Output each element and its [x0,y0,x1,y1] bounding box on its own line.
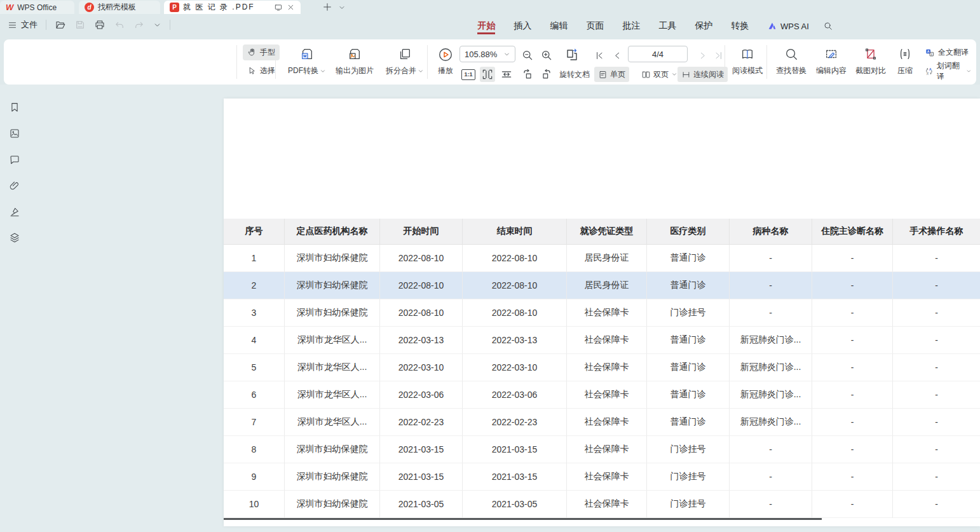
table-cell: 深圳市龙华区人... [285,354,380,381]
double-page-button[interactable]: 双页 [637,67,681,82]
menu-item-insert[interactable]: 插入 [505,18,541,34]
page-indicator-input[interactable]: 4/4 [628,46,688,62]
table-cell: - [812,354,893,381]
layers-panel-button[interactable] [8,231,20,243]
menu-item-tools[interactable]: 工具 [650,18,686,34]
wps-window: W WPS Office d 找稻壳模板 P 就 医 记 录 .PDF 文件 [0,0,980,532]
split-merge-button[interactable]: 拆分合并 [380,45,430,79]
file-menu[interactable]: 文件 [8,19,37,31]
table-cell: - [730,463,812,491]
compress-button[interactable]: 压缩 [891,45,919,79]
rotate-right-button[interactable] [539,67,554,82]
export-image-label: 输出为图片 [336,65,374,76]
table-cell: 2022-02-23 [463,409,567,436]
column-header: 序号 [224,219,285,245]
table-cell: 社会保障卡 [567,491,647,518]
screenshot-compare-icon [864,47,878,61]
full-translate-button[interactable]: A文 全文翻译 [920,44,976,60]
table-row[interactable]: 1深圳市妇幼保健院2022-08-102022-08-10居民身份证普通门诊--… [224,245,980,272]
table-row[interactable]: 9深圳市妇幼保健院2021-03-152021-03-15社会保障卡门诊挂号--… [224,463,980,491]
fit-page-button[interactable] [480,67,495,82]
column-header: 医疗类别 [647,219,730,245]
menu-item-convert[interactable]: 转换 [722,18,758,34]
word-translate-button[interactable]: A文 划词翻译 [920,63,976,79]
print-icon[interactable] [94,19,105,31]
table-cell: - [730,299,812,327]
tab-document[interactable]: P 就 医 记 录 .PDF [164,1,301,14]
table-cell: 深圳市妇幼保健院 [285,272,380,299]
zoom-out-button[interactable] [520,48,535,63]
comment-panel-button[interactable] [8,153,20,165]
new-tab-icon[interactable] [322,2,332,12]
table-cell: 普通门诊 [647,409,730,436]
menu-item-page[interactable]: 页面 [577,18,613,34]
menu-item-edit[interactable]: 编辑 [541,18,577,34]
screen-share-icon[interactable] [274,3,283,12]
thumbnail-panel-button[interactable] [8,127,20,139]
menu-search-icon[interactable] [823,21,833,31]
zoom-in-button[interactable] [539,48,554,63]
table-cell: 新冠肺炎门诊... [730,409,812,436]
rotate-doc-label[interactable]: 旋转文档 [559,67,590,82]
find-replace-button[interactable]: 查找替换 [772,45,811,79]
menu-item-comment[interactable]: 批注 [613,18,650,34]
full-translate-label: 全文翻译 [938,47,969,58]
zoom-level-select[interactable]: 105.88% [459,46,515,62]
next-page-button[interactable] [695,48,710,63]
actual-size-button[interactable]: 1:1 [461,67,476,82]
select-tool-button[interactable]: 选择 [243,63,280,79]
last-page-button[interactable] [711,48,726,63]
table-cell: 居民身份证 [567,245,647,272]
document-page[interactable]: 序号定点医药机构名称开始时间结束时间就诊凭证类型医疗类别病种名称住院主诊断名称手… [224,99,980,526]
fit-width-button[interactable] [499,67,514,82]
hand-icon [247,48,257,57]
table-row[interactable]: 5深圳市龙华区人...2022-03-102022-03-10社会保障卡普通门诊… [224,354,980,381]
menu-item-home[interactable]: 开始 [468,18,505,34]
table-row[interactable]: 4深圳市龙华区人...2022-03-132022-03-13社会保障卡普通门诊… [224,327,980,354]
reflow-button[interactable] [563,48,581,63]
table-cell: - [812,381,893,409]
table-row[interactable]: 7深圳市龙华区人...2022-02-232022-02-23社会保障卡普通门诊… [224,409,980,436]
compress-icon [898,47,912,61]
read-mode-button[interactable]: 阅读模式 [728,45,766,79]
prev-page-button[interactable] [609,48,625,63]
table-cell: 社会保障卡 [567,354,647,381]
signature-panel-button[interactable] [8,205,20,217]
hand-tool-button[interactable]: 手型 [243,44,280,60]
continuous-read-label: 连续阅读 [693,69,724,80]
tab-wps-home[interactable]: W WPS Office [0,1,74,14]
wps-ai-button[interactable]: WPS AI [767,21,809,31]
menu-item-protect[interactable]: 保护 [686,18,722,34]
play-button[interactable]: 播放 [433,45,458,79]
pdf-convert-button[interactable]: PDF转换 [283,45,330,79]
table-row[interactable]: 6深圳市龙华区人...2022-03-062022-03-06社会保障卡普通门诊… [224,381,980,409]
close-tab-icon[interactable] [287,3,295,11]
cursor-icon [247,66,257,76]
rotate-left-button[interactable] [520,67,535,82]
undo-icon[interactable] [114,19,125,31]
table-row[interactable]: 8深圳市妇幼保健院2021-03-152021-03-15社会保障卡门诊挂号--… [224,436,980,463]
open-file-icon[interactable] [55,19,66,31]
tab-list-chevron-icon[interactable] [338,4,346,11]
screenshot-compare-button[interactable]: 截图对比 [852,45,890,79]
table-cell: 2022-08-10 [380,299,463,327]
save-icon[interactable] [74,19,86,31]
tab-docer[interactable]: d 找稻壳模板 [79,1,160,14]
bookmark-panel-button[interactable] [8,101,20,113]
table-row[interactable]: 2深圳市妇幼保健院2022-08-102022-08-10居民身份证普通门诊--… [224,272,980,299]
single-page-button[interactable]: 单页 [594,67,629,82]
table-row[interactable]: 10深圳市妇幼保健院2021-03-052021-03-05社会保障卡门诊挂号-… [224,491,980,518]
hamburger-icon [8,20,17,30]
export-image-button[interactable]: 输出为图片 [329,45,380,79]
table-cell: - [893,381,980,409]
first-page-button[interactable] [592,48,607,63]
attachment-panel-button[interactable] [8,179,20,191]
double-page-label: 双页 [653,69,669,80]
edit-content-button[interactable]: 编辑内容 [812,45,850,79]
quick-access-chevron-icon[interactable] [153,21,161,29]
table-row[interactable]: 3深圳市妇幼保健院2022-08-102022-08-10社会保障卡门诊挂号--… [224,299,980,327]
redo-icon[interactable] [133,19,145,31]
continuous-read-button[interactable]: 连续阅读 [677,67,728,82]
table-cell: 普通门诊 [647,381,730,409]
play-label: 播放 [438,65,453,76]
